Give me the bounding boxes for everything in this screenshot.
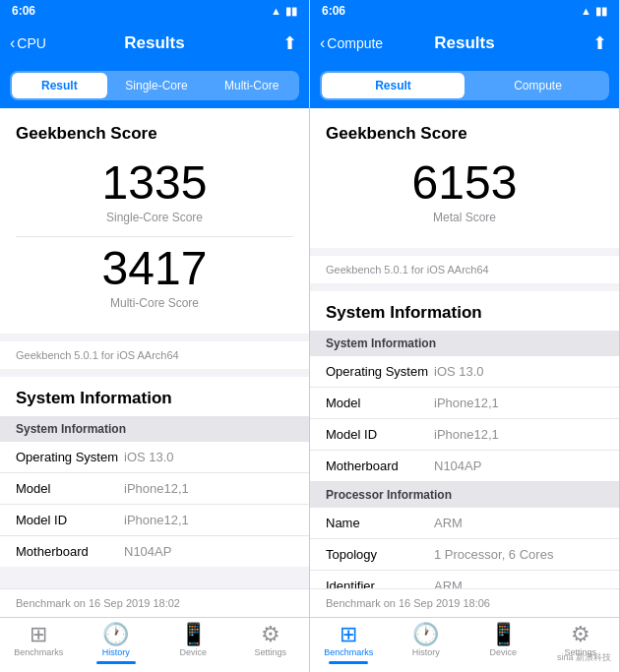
left-score-section: Geekbench Score 1335 Single-Core Score 3… bbox=[0, 108, 309, 334]
row-val: ARM bbox=[434, 516, 463, 530]
left-nav-title: Results bbox=[124, 33, 184, 53]
row-val: iPhone12,1 bbox=[434, 396, 499, 410]
right-table-group-header-1: Processor Information bbox=[310, 482, 619, 508]
left-info-text: Geekbench 5.0.1 for iOS AArch64 bbox=[0, 341, 309, 369]
right-tab-active-indicator bbox=[329, 661, 368, 664]
left-score2-block: 3417 Multi-Core Score bbox=[16, 245, 293, 310]
right-share-button[interactable]: ⬆ bbox=[592, 32, 607, 54]
left-status-icons: ▲ ▮▮ bbox=[271, 5, 297, 18]
row-key: Model ID bbox=[16, 513, 124, 527]
table-row: Model ID iPhone12,1 bbox=[310, 419, 619, 451]
device-icon: 📱 bbox=[180, 624, 207, 645]
left-content: Geekbench Score 1335 Single-Core Score 3… bbox=[0, 108, 309, 588]
left-share-button[interactable]: ⬆ bbox=[282, 32, 297, 54]
left-sys-title: System Information bbox=[16, 389, 293, 408]
row-val: N104AP bbox=[124, 544, 171, 559]
table-row: Motherboard N104AP bbox=[310, 451, 619, 482]
table-row: Topology 1 Processor, 6 Cores bbox=[310, 539, 619, 571]
right-battery-icon: ▮▮ bbox=[595, 5, 607, 18]
left-chevron-icon: ‹ bbox=[10, 34, 15, 52]
right-back-label: Compute bbox=[327, 35, 383, 51]
row-key: Name bbox=[326, 516, 434, 530]
left-score-title: Geekbench Score bbox=[16, 124, 293, 144]
left-segment-control: Result Single-Core Multi-Core bbox=[10, 71, 299, 100]
left-tab-singlecore[interactable]: Single-Core bbox=[109, 71, 205, 100]
table-row: Motherboard N104AP bbox=[0, 536, 309, 567]
row-val: ARM bbox=[434, 579, 463, 588]
right-benchmarks-icon: ⊞ bbox=[340, 624, 357, 645]
row-key: Motherboard bbox=[326, 458, 434, 473]
row-val: iOS 13.0 bbox=[124, 450, 174, 464]
row-key: Model bbox=[16, 481, 124, 496]
right-tab-benchmarks[interactable]: ⊞ Benchmarks bbox=[310, 624, 388, 664]
right-score1-label: Metal Score bbox=[326, 211, 603, 224]
left-time: 6:06 bbox=[12, 4, 35, 18]
benchmarks-label: Benchmarks bbox=[14, 647, 63, 657]
table-row: Model ID iPhone12,1 bbox=[0, 505, 309, 536]
left-sys-header: System Information bbox=[0, 377, 309, 416]
right-score-section: Geekbench Score 6153 Metal Score bbox=[310, 108, 619, 248]
row-key: Model ID bbox=[326, 427, 434, 442]
left-segment-bar: Result Single-Core Multi-Core bbox=[0, 65, 309, 108]
right-tab-device[interactable]: 📱 Device bbox=[465, 624, 542, 657]
right-sys-title: System Information bbox=[326, 303, 603, 323]
right-footer: Benchmark on 16 Sep 2019 18:06 bbox=[310, 588, 619, 617]
history-label: History bbox=[102, 647, 130, 657]
share-icon: ⬆ bbox=[282, 33, 297, 53]
history-icon: 🕐 bbox=[102, 624, 129, 645]
left-score1-label: Single-Core Score bbox=[16, 211, 293, 224]
table-row: Model iPhone12,1 bbox=[310, 388, 619, 419]
left-tab-benchmarks[interactable]: ⊞ Benchmarks bbox=[0, 624, 78, 657]
device-label: Device bbox=[179, 647, 207, 657]
left-tab-device[interactable]: 📱 Device bbox=[155, 624, 232, 657]
left-tab-settings[interactable]: ⚙ Settings bbox=[232, 624, 310, 657]
right-status-bar: 6:06 ▲ ▮▮ bbox=[310, 0, 619, 22]
left-back-button[interactable]: ‹ CPU bbox=[10, 34, 46, 52]
left-score-divider bbox=[16, 236, 293, 237]
left-back-label: CPU bbox=[17, 35, 46, 51]
settings-label: Settings bbox=[254, 647, 286, 657]
right-nav-bar: ‹ Compute Results ⬆ bbox=[310, 22, 619, 65]
right-back-button[interactable]: ‹ Compute bbox=[320, 34, 383, 52]
table-row: Operating System iOS 13.0 bbox=[310, 356, 619, 388]
right-sys-info: System Information System Information Op… bbox=[310, 291, 619, 588]
row-val: 1 Processor, 6 Cores bbox=[434, 547, 553, 562]
left-sys-info: System Information System Information Op… bbox=[0, 377, 309, 567]
left-score1-number: 1335 bbox=[16, 159, 293, 207]
right-content: Geekbench Score 6153 Metal Score Geekben… bbox=[310, 108, 619, 588]
right-segment-control: Result Compute bbox=[320, 71, 609, 100]
row-key: Model bbox=[326, 396, 434, 410]
row-val: iPhone12,1 bbox=[124, 513, 189, 527]
right-time: 6:06 bbox=[322, 4, 345, 18]
right-benchmarks-label: Benchmarks bbox=[324, 647, 373, 657]
right-share-icon: ⬆ bbox=[592, 33, 607, 53]
right-tab-compute[interactable]: Compute bbox=[466, 71, 609, 100]
right-tab-result[interactable]: Result bbox=[322, 73, 465, 98]
right-device-icon: 📱 bbox=[490, 624, 517, 645]
row-val: iOS 13.0 bbox=[434, 364, 484, 379]
table-row: Operating System iOS 13.0 bbox=[0, 442, 309, 473]
right-sys-header: System Information bbox=[310, 291, 619, 331]
right-history-icon: 🕐 bbox=[412, 624, 439, 645]
row-key: Identifier bbox=[326, 579, 434, 588]
left-tab-bar: ⊞ Benchmarks 🕐 History 📱 Device ⚙ Settin… bbox=[0, 617, 309, 672]
left-status-bar: 6:06 ▲ ▮▮ bbox=[0, 0, 309, 22]
left-nav-bar: ‹ CPU Results ⬆ bbox=[0, 22, 309, 65]
table-row: Model iPhone12,1 bbox=[0, 473, 309, 505]
watermark: sina 新浪科技 bbox=[557, 651, 611, 664]
right-nav-title: Results bbox=[434, 33, 494, 53]
left-tab-history[interactable]: 🕐 History bbox=[78, 624, 155, 664]
right-tab-history[interactable]: 🕐 History bbox=[388, 624, 465, 657]
row-val: iPhone12,1 bbox=[434, 427, 499, 442]
left-table-group-header-0: System Information bbox=[0, 416, 309, 442]
right-status-icons: ▲ ▮▮ bbox=[581, 5, 607, 18]
right-settings-icon: ⚙ bbox=[571, 624, 590, 645]
table-row: Identifier ARM bbox=[310, 571, 619, 588]
benchmarks-icon: ⊞ bbox=[30, 624, 47, 645]
row-val: iPhone12,1 bbox=[124, 481, 189, 496]
left-tab-result[interactable]: Result bbox=[12, 73, 107, 98]
left-tab-multicore[interactable]: Multi-Core bbox=[204, 71, 299, 100]
left-panel: 6:06 ▲ ▮▮ ‹ CPU Results ⬆ Result Single-… bbox=[0, 0, 310, 672]
wifi-icon: ▲ bbox=[271, 5, 281, 17]
tab-active-indicator bbox=[96, 661, 136, 664]
